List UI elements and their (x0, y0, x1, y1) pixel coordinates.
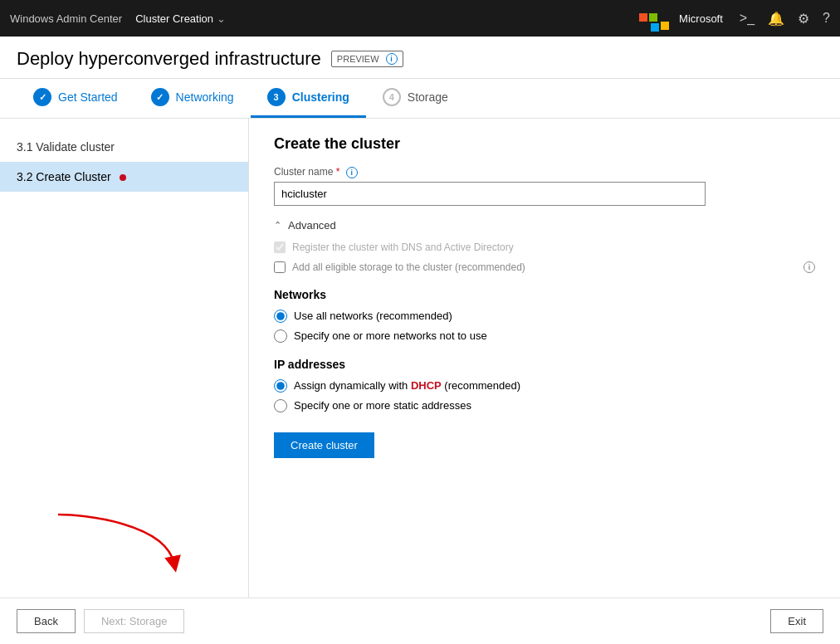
tab-clustering[interactable]: 3 Clustering (251, 79, 366, 118)
terminal-icon[interactable]: >_ (740, 11, 755, 26)
tab-get-started-label: Get Started (58, 90, 118, 104)
footer: Back Next: Storage Exit (0, 598, 840, 644)
advanced-toggle[interactable]: ⌃ Advanced (274, 219, 815, 232)
tab-clustering-label: Clustering (292, 90, 349, 104)
page-header: Deploy hyperconverged infrastructure PRE… (0, 37, 840, 79)
radio-dhcp-row[interactable]: Assign dynamically with DHCP (recommende… (274, 379, 815, 393)
tab-networking[interactable]: ✓ Networking (134, 79, 251, 118)
advanced-label: Advanced (288, 219, 336, 232)
tab-storage-label: Storage (408, 90, 448, 104)
tab-get-started[interactable]: ✓ Get Started (17, 79, 134, 118)
brand-name: Microsoft (679, 12, 723, 25)
breadcrumb-arrow-icon: ⌄ (217, 12, 226, 25)
radio-all-networks-label: Use all networks (recommended) (294, 310, 452, 322)
radio-all-networks[interactable] (274, 310, 287, 323)
sidebar-item-validate-label: 3.1 Validate cluster (17, 140, 115, 154)
page-title: Deploy hyperconverged infrastructure (17, 48, 321, 70)
step-circle-1: ✓ (33, 88, 51, 106)
radio-specify-networks-label: Specify one or more networks not to use (294, 329, 487, 342)
breadcrumb[interactable]: Cluster Creation ⌄ (135, 12, 229, 25)
radio-specify-networks[interactable] (274, 329, 287, 343)
sidebar-item-validate[interactable]: 3.1 Validate cluster (0, 132, 248, 162)
radio-static-label: Specify one or more static addresses (294, 399, 471, 412)
error-dot (120, 174, 126, 181)
exit-button[interactable]: Exit (770, 609, 823, 633)
create-cluster-button[interactable]: Create cluster (274, 432, 374, 458)
sidebar-item-create-cluster[interactable]: 3.2 Create Cluster (0, 162, 248, 192)
tab-storage[interactable]: 4 Storage (366, 79, 465, 118)
annotation-arrow (33, 506, 199, 581)
checkbox-storage[interactable] (274, 261, 286, 273)
required-star: * (336, 166, 340, 178)
step-circle-2: ✓ (151, 88, 169, 106)
radio-static-row[interactable]: Specify one or more static addresses (274, 399, 815, 412)
sidebar: 3.1 Validate cluster 3.2 Create Cluster (0, 119, 249, 598)
checkbox-storage-label: Add all eligible storage to the cluster … (292, 261, 525, 273)
step-circle-3: 3 (267, 88, 286, 106)
cluster-name-label: Cluster name * i (274, 166, 815, 178)
content-area: Create the cluster Cluster name * i ⌃ Ad… (249, 119, 840, 598)
form-section-title: Create the cluster (274, 135, 815, 153)
body-layout: 3.1 Validate cluster 3.2 Create Cluster … (0, 119, 840, 598)
ms-logo (639, 13, 669, 23)
footer-left: Back Next: Storage (17, 609, 184, 633)
radio-dhcp-label: Assign dynamically with DHCP (recommende… (294, 379, 520, 392)
radio-dhcp[interactable] (274, 379, 287, 393)
app-name: Windows Admin Center (10, 12, 122, 25)
ip-title: IP addresses (274, 358, 815, 371)
radio-specify-networks-row[interactable]: Specify one or more networks not to use (274, 329, 815, 343)
step-circle-4: 4 (383, 88, 401, 106)
breadcrumb-text: Cluster Creation (135, 12, 213, 25)
checkbox-dns (274, 242, 286, 253)
storage-info-icon[interactable]: i (803, 261, 815, 273)
gear-icon[interactable]: ⚙ (798, 11, 809, 27)
help-icon[interactable]: ? (823, 11, 830, 26)
bell-icon[interactable]: 🔔 (768, 11, 784, 27)
preview-info-icon[interactable]: i (386, 53, 398, 65)
topbar: Windows Admin Center Cluster Creation ⌄ … (0, 0, 840, 37)
footer-right: Exit (770, 609, 823, 633)
checkbox-dns-row: Register the cluster with DNS and Active… (274, 242, 815, 253)
cluster-name-field: Cluster name * i (274, 166, 815, 206)
brand-area: Microsoft (639, 12, 723, 25)
step-tabs: ✓ Get Started ✓ Networking 3 Clustering … (0, 79, 840, 119)
preview-label: PREVIEW (337, 54, 379, 64)
back-button[interactable]: Back (17, 609, 76, 633)
cluster-name-info-icon[interactable]: i (346, 167, 358, 178)
dhcp-text: DHCP (411, 379, 442, 392)
radio-all-networks-row[interactable]: Use all networks (recommended) (274, 310, 815, 323)
checkbox-dns-label: Register the cluster with DNS and Active… (292, 242, 514, 253)
cluster-name-input[interactable] (274, 182, 706, 206)
preview-badge: PREVIEW i (331, 51, 403, 67)
tab-networking-label: Networking (176, 90, 234, 104)
topbar-icons: >_ 🔔 ⚙ ? (740, 11, 830, 27)
chevron-up-icon: ⌃ (274, 220, 281, 231)
sidebar-item-create-label: 3.2 Create Cluster (17, 170, 111, 183)
radio-static[interactable] (274, 399, 287, 412)
main-content: Deploy hyperconverged infrastructure PRE… (0, 37, 840, 598)
networks-title: Networks (274, 288, 815, 301)
next-button: Next: Storage (84, 609, 185, 633)
checkbox-storage-row[interactable]: Add all eligible storage to the cluster … (274, 261, 815, 273)
